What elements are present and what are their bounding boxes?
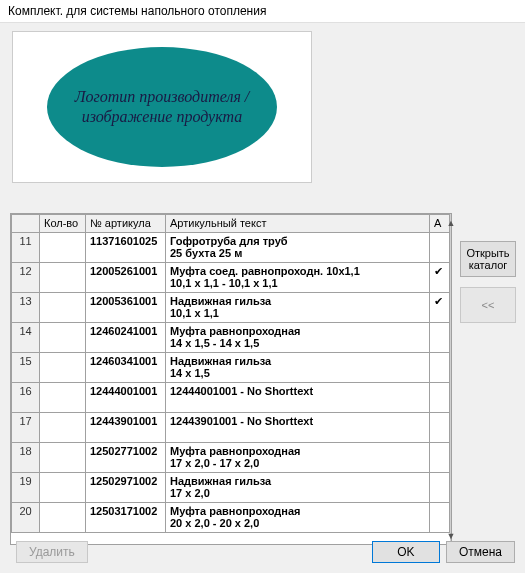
cell-a[interactable] [429, 383, 449, 413]
table-row[interactable]: 1812502771002Муфта равнопроходная17 x 2,… [12, 443, 450, 473]
cell-article[interactable]: 12005261001 [86, 263, 166, 293]
cell-text[interactable]: Муфта равнопроходная20 x 2,0 - 20 x 2,0 [166, 503, 430, 533]
table-row[interactable]: 171244390100112443901001 - No Shorttext [12, 413, 450, 443]
ok-button[interactable]: OK [372, 541, 440, 563]
col-qty[interactable]: Кол-во [40, 215, 86, 233]
vertical-scrollbar[interactable]: ▲ ▼ [450, 214, 451, 544]
cell-article[interactable]: 12503171002 [86, 503, 166, 533]
table-header-row: Кол-во № артикула Артикульный текст А [12, 215, 450, 233]
table-row[interactable]: 1212005261001Муфта соед. равнопроходн. 1… [12, 263, 450, 293]
cell-qty[interactable] [40, 293, 86, 323]
dialog-footer: Удалить OK Отмена [0, 531, 525, 573]
table-row[interactable]: 2012503171002Муфта равнопроходная20 x 2,… [12, 503, 450, 533]
row-number[interactable]: 16 [12, 383, 40, 413]
cell-text[interactable]: Муфта равнопроходная17 x 2,0 - 17 x 2,0 [166, 443, 430, 473]
table-row[interactable]: 1412460241001Муфта равнопроходная14 x 1,… [12, 323, 450, 353]
cell-a[interactable] [429, 503, 449, 533]
cell-text[interactable]: Надвижная гильза14 x 1,5 [166, 353, 430, 383]
row-number[interactable]: 17 [12, 413, 40, 443]
col-article[interactable]: № артикула [86, 215, 166, 233]
cell-qty[interactable] [40, 413, 86, 443]
logo-placeholder: Логотип производителя / изображение прод… [12, 31, 312, 183]
cell-text[interactable]: Муфта соед. равнопроходн. 10x1,110,1 x 1… [166, 263, 430, 293]
cell-article[interactable]: 12502771002 [86, 443, 166, 473]
cell-qty[interactable] [40, 503, 86, 533]
cell-a[interactable] [429, 473, 449, 503]
cell-a[interactable] [429, 323, 449, 353]
row-number[interactable]: 19 [12, 473, 40, 503]
cell-text[interactable]: Муфта равнопроходная14 x 1,5 - 14 x 1,5 [166, 323, 430, 353]
table-row[interactable]: 1912502971002Надвижная гильза17 x 2,0 [12, 473, 450, 503]
row-number[interactable]: 12 [12, 263, 40, 293]
window-title: Комплект. для системы напольного отоплен… [0, 0, 525, 23]
cell-article[interactable]: 12005361001 [86, 293, 166, 323]
cell-a[interactable] [429, 443, 449, 473]
cell-qty[interactable] [40, 443, 86, 473]
cell-text[interactable]: 12443901001 - No Shorttext [166, 413, 430, 443]
row-number[interactable]: 20 [12, 503, 40, 533]
cell-article[interactable]: 11371601025 [86, 233, 166, 263]
table-row[interactable]: 161244400100112444001001 - No Shorttext [12, 383, 450, 413]
back-button: << [460, 287, 516, 323]
cell-article[interactable]: 12444001001 [86, 383, 166, 413]
cell-text[interactable]: Гофротруба для труб25 бухта 25 м [166, 233, 430, 263]
cell-qty[interactable] [40, 383, 86, 413]
cell-a[interactable] [429, 353, 449, 383]
logo-ellipse: Логотип производителя / изображение прод… [47, 47, 277, 167]
cell-text[interactable]: Надвижная гильза17 x 2,0 [166, 473, 430, 503]
cell-article[interactable]: 12502971002 [86, 473, 166, 503]
row-number[interactable]: 11 [12, 233, 40, 263]
row-number[interactable]: 13 [12, 293, 40, 323]
cell-a[interactable]: ✔ [429, 263, 449, 293]
cell-a[interactable] [429, 413, 449, 443]
cell-a[interactable] [429, 233, 449, 263]
cell-article[interactable]: 12443901001 [86, 413, 166, 443]
delete-button: Удалить [16, 541, 88, 563]
cell-qty[interactable] [40, 233, 86, 263]
cell-qty[interactable] [40, 323, 86, 353]
row-number[interactable]: 14 [12, 323, 40, 353]
table-row[interactable]: 1312005361001Надвижная гильза10,1 x 1,1✔ [12, 293, 450, 323]
col-text[interactable]: Артикульный текст [166, 215, 430, 233]
open-catalog-button[interactable]: Открыть каталог [460, 241, 516, 277]
cell-text[interactable]: Надвижная гильза10,1 x 1,1 [166, 293, 430, 323]
cell-qty[interactable] [40, 353, 86, 383]
col-rownum[interactable] [12, 215, 40, 233]
cancel-button[interactable]: Отмена [446, 541, 515, 563]
cell-article[interactable]: 12460241001 [86, 323, 166, 353]
table-row[interactable]: 1111371601025Гофротруба для труб25 бухта… [12, 233, 450, 263]
cell-article[interactable]: 12460341001 [86, 353, 166, 383]
cell-qty[interactable] [40, 263, 86, 293]
row-number[interactable]: 18 [12, 443, 40, 473]
table-row[interactable]: 1512460341001Надвижная гильза14 x 1,5 [12, 353, 450, 383]
cell-text[interactable]: 12444001001 - No Shorttext [166, 383, 430, 413]
cell-a[interactable]: ✔ [429, 293, 449, 323]
row-number[interactable]: 15 [12, 353, 40, 383]
cell-qty[interactable] [40, 473, 86, 503]
articles-table[interactable]: Кол-во № артикула Артикульный текст А 11… [10, 213, 452, 545]
